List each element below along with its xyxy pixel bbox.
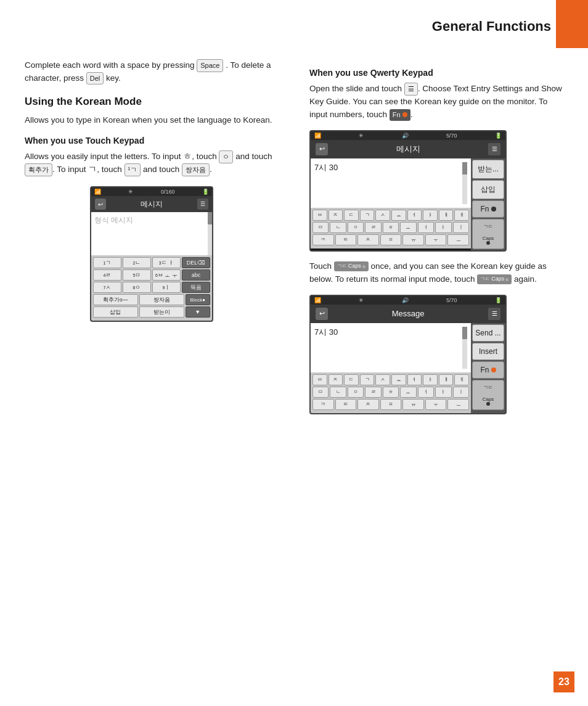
left-column: Complete each word with a space by press… — [25, 59, 285, 423]
ek-1[interactable]: ㅂ — [312, 374, 327, 385]
qk-16[interactable]: ㅗ — [400, 222, 416, 233]
qk-12[interactable]: ㄴ — [330, 222, 346, 233]
phone-textarea-1[interactable]: 형식 메시지 — [91, 212, 212, 255]
ek-15[interactable]: ㅎ — [383, 387, 399, 398]
ek-26[interactable]: ㅡ — [447, 399, 469, 410]
fn-btn[interactable]: Fn — [472, 200, 504, 218]
key-1g[interactable]: 1ㄱ — [93, 257, 121, 268]
back-button-3[interactable]: ↩ — [316, 308, 328, 320]
qk-14[interactable]: ㄹ — [365, 222, 381, 233]
caps-inline-btn: ㄱㄷCaps — [334, 261, 369, 271]
ek-5[interactable]: ㅅ — [375, 374, 390, 385]
ek-22[interactable]: ㅊ — [357, 399, 379, 410]
qk-21[interactable]: ㅌ — [335, 234, 357, 245]
key-8o[interactable]: 8ㅇ — [123, 282, 151, 293]
qk-18[interactable]: ㅏ — [435, 222, 451, 233]
insert-btn[interactable]: 삽입 — [472, 180, 504, 199]
phone-mockup-message: 📶 ✳ 🔊 5/70 🔋 ↩ Message ☰ 7시 30 — [309, 295, 507, 414]
qk-24[interactable]: ㅠ — [402, 234, 424, 245]
ek-25[interactable]: ㅜ — [425, 399, 447, 410]
phone-main-3: 7시 30 ㅂ ㅈ ㄷ ㄱ ㅅ ㅛ ㅕ ㅑ — [311, 323, 471, 413]
qwerty-keyboard: ㅂ ㅈ ㄷ ㄱ ㅅ ㅛ ㅕ ㅑ ㅐ ㅔ ㅁ — [311, 208, 471, 248]
ek-13[interactable]: ㅇ — [348, 387, 364, 398]
key-insert[interactable]: 삽입 — [93, 306, 138, 318]
key-3d[interactable]: 3ㄷ ㅏ — [152, 257, 181, 268]
ek-21[interactable]: ㅌ — [335, 399, 357, 410]
back-button-1[interactable]: ↩ — [95, 199, 106, 210]
phone-textarea-2[interactable]: 7시 30 — [311, 158, 471, 208]
key-del[interactable]: DEL⌫ — [182, 257, 210, 268]
key-abc[interactable]: abc — [182, 269, 210, 281]
menu-button-2[interactable]: ☰ — [488, 143, 500, 155]
qk-25[interactable]: ㅜ — [425, 234, 447, 245]
ek-12[interactable]: ㄴ — [330, 387, 346, 398]
key-add-stroke[interactable]: 획추가0 — — [93, 294, 138, 305]
receive-btn[interactable]: 받는... — [472, 160, 504, 179]
key-2n[interactable]: 2ㄴ — [123, 257, 151, 268]
qk-17[interactable]: ㅓ — [418, 222, 434, 233]
key-7s[interactable]: 7ㅅ — [93, 282, 121, 293]
korean-keyboard-1: 1ㄱ 2ㄴ 3ㄷ ㅏ DEL⌫ 4ㄹ 5ㅁ 6ㅂ ㅗ ㅜ abc 7ㅅ 8ㅇ 9… — [91, 255, 212, 321]
qk-22[interactable]: ㅊ — [357, 234, 379, 245]
ek-4[interactable]: ㄱ — [360, 374, 375, 385]
key-sound[interactable]: 뚝음 — [182, 282, 210, 293]
qk-5[interactable]: ㅅ — [375, 210, 390, 221]
key-block[interactable]: Block● — [186, 294, 210, 305]
qk-7[interactable]: ㅕ — [407, 210, 422, 221]
qk-6[interactable]: ㅛ — [391, 210, 406, 221]
ek-16[interactable]: ㅗ — [400, 387, 416, 398]
ek-19[interactable]: ㅣ — [453, 387, 469, 398]
key-4r[interactable]: 4ㄹ — [93, 269, 121, 281]
key-5m[interactable]: 5ㅁ — [123, 269, 151, 281]
ek-7[interactable]: ㅕ — [407, 374, 422, 385]
ek-9[interactable]: ㅐ — [439, 374, 454, 385]
qk-13[interactable]: ㅇ — [348, 222, 364, 233]
caps-btn[interactable]: ㄱㄷCaps — [472, 219, 504, 249]
key-more[interactable]: ▼ — [186, 306, 210, 318]
phone-textarea-3[interactable]: 7시 30 — [311, 323, 471, 372]
qk-1[interactable]: ㅂ — [312, 210, 327, 221]
caps-description: Touch ㄱㄷCaps once, and you can see the K… — [309, 260, 563, 286]
menu-button-3[interactable]: ☰ — [488, 308, 500, 320]
key-6b[interactable]: 6ㅂ ㅗ ㅜ — [152, 269, 181, 281]
intro-text1: Complete each word with a space by press… — [25, 60, 194, 70]
vol-3: 🔊 — [402, 297, 409, 303]
qk-4[interactable]: ㄱ — [360, 210, 375, 221]
ek-8[interactable]: ㅑ — [423, 374, 438, 385]
ek-18[interactable]: ㅏ — [435, 387, 451, 398]
caps-btn-2[interactable]: ㄱㄷCaps — [472, 380, 504, 410]
qk-10[interactable]: ㅔ — [454, 210, 469, 221]
ek-24[interactable]: ㅠ — [402, 399, 424, 410]
touch-keypad-text: Allows you easily input the letters. To … — [25, 150, 279, 176]
caps-inline-dot — [362, 265, 365, 268]
qk-9[interactable]: ㅐ — [439, 210, 454, 221]
insert-btn-2[interactable]: Insert — [472, 343, 504, 360]
key-recipient[interactable]: 받는이 — [139, 306, 184, 318]
qk-3[interactable]: ㄷ — [344, 210, 359, 221]
ek-23[interactable]: ㅍ — [380, 399, 402, 410]
qk-20[interactable]: ㅋ — [312, 234, 334, 245]
fn-dot — [402, 112, 407, 117]
ek-10[interactable]: ㅔ — [454, 374, 469, 385]
fn-btn-2[interactable]: Fn — [472, 361, 504, 379]
qk-15[interactable]: ㅎ — [383, 222, 399, 233]
qk-19[interactable]: ㅣ — [453, 222, 469, 233]
qk-8[interactable]: ㅑ — [423, 210, 438, 221]
qk-11[interactable]: ㅁ — [312, 222, 329, 233]
del-button: Del — [86, 72, 104, 85]
key-9i[interactable]: 9ㅣ — [152, 282, 181, 293]
ek-11[interactable]: ㅁ — [312, 387, 329, 398]
ek-17[interactable]: ㅓ — [418, 387, 434, 398]
qk-23[interactable]: ㅍ — [380, 234, 402, 245]
back-button-2[interactable]: ↩ — [316, 143, 328, 155]
ek-2[interactable]: ㅈ — [329, 374, 343, 385]
key-double[interactable]: 쌍자음 — [139, 294, 184, 305]
send-btn[interactable]: Send ... — [472, 324, 504, 342]
qk-2[interactable]: ㅈ — [329, 210, 343, 221]
ek-14[interactable]: ㄹ — [365, 387, 381, 398]
ek-20[interactable]: ㅋ — [312, 399, 334, 410]
ek-3[interactable]: ㄷ — [344, 374, 359, 385]
qk-26[interactable]: ㅡ — [447, 234, 469, 245]
menu-button-1[interactable]: ☰ — [197, 199, 208, 210]
ek-6[interactable]: ㅛ — [391, 374, 406, 385]
